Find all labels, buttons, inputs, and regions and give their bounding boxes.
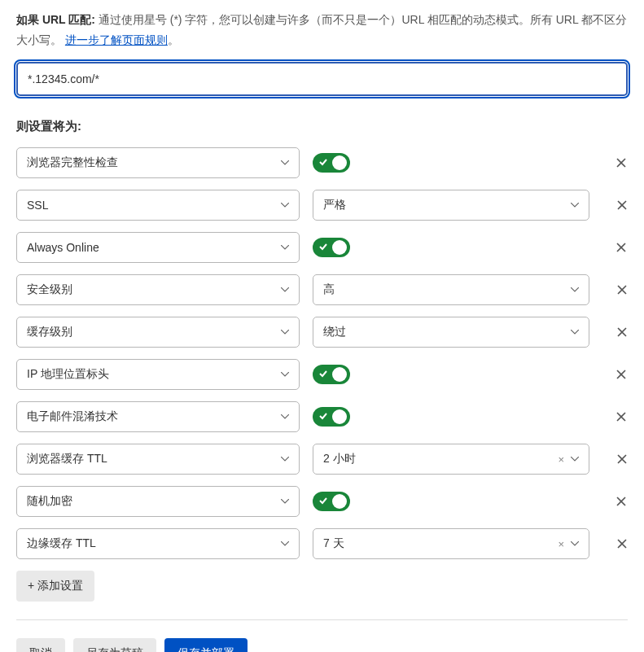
- setting-label: 缓存级别: [27, 325, 72, 339]
- setting-row: 电子邮件混淆技术: [16, 401, 628, 432]
- chevron-down-icon: [281, 330, 289, 335]
- setting-select[interactable]: 随机加密: [16, 486, 300, 517]
- save-deploy-button[interactable]: 保存并部署: [164, 638, 248, 652]
- toggle-switch[interactable]: [313, 238, 350, 257]
- remove-setting-button[interactable]: [616, 199, 628, 212]
- remove-setting-button[interactable]: [616, 326, 628, 339]
- clear-icon[interactable]: ×: [558, 538, 564, 550]
- setting-select[interactable]: 边缘缓存 TTL: [16, 528, 300, 559]
- settings-rows: 浏览器完整性检查 SSL 严格 Always Online: [16, 147, 628, 559]
- setting-row: 浏览器完整性检查: [16, 147, 628, 178]
- chevron-down-icon: [571, 287, 579, 292]
- chevron-down-icon: [281, 457, 289, 462]
- value-select[interactable]: 高: [313, 274, 589, 305]
- setting-label: Always Online: [27, 241, 99, 254]
- chevron-down-icon: [571, 541, 579, 546]
- chevron-down-icon: [571, 330, 579, 335]
- setting-row: Always Online: [16, 232, 628, 263]
- value-select[interactable]: 严格: [313, 190, 589, 221]
- chevron-down-icon: [281, 245, 289, 250]
- chevron-down-icon: [281, 372, 289, 377]
- learn-more-link[interactable]: 进一步了解页面规则: [65, 33, 168, 46]
- check-icon: [318, 411, 328, 421]
- toggle-switch[interactable]: [313, 492, 350, 511]
- divider: [16, 619, 628, 620]
- check-icon: [318, 242, 328, 252]
- chevron-down-icon: [281, 499, 289, 504]
- check-icon: [318, 496, 328, 505]
- setting-row: 浏览器缓存 TTL 2 小时 ×: [16, 444, 628, 475]
- setting-row: 随机加密: [16, 486, 628, 517]
- remove-setting-button[interactable]: [615, 410, 628, 423]
- setting-select[interactable]: IP 地理位置标头: [16, 359, 300, 390]
- chevron-down-icon: [281, 160, 289, 165]
- save-draft-button[interactable]: 另存为草稿: [73, 638, 156, 652]
- toggle-switch[interactable]: [313, 365, 350, 384]
- check-icon: [318, 157, 328, 167]
- setting-row: SSL 严格: [16, 190, 628, 221]
- remove-setting-button[interactable]: [615, 495, 628, 508]
- setting-select[interactable]: 浏览器完整性检查: [16, 147, 300, 178]
- value-label: 2 小时: [323, 452, 356, 466]
- value-label: 7 天: [323, 536, 344, 551]
- remove-setting-button[interactable]: [616, 283, 628, 296]
- toggle-switch[interactable]: [313, 407, 350, 427]
- value-label: 绕过: [323, 325, 346, 339]
- setting-row: 边缘缓存 TTL 7 天 ×: [16, 528, 628, 559]
- toggle-knob: [332, 409, 347, 424]
- toggle-knob: [332, 494, 347, 509]
- chevron-down-icon: [281, 287, 289, 292]
- setting-select[interactable]: SSL: [16, 190, 300, 221]
- remove-setting-button[interactable]: [616, 537, 628, 550]
- setting-label: 浏览器缓存 TTL: [27, 452, 107, 466]
- url-pattern-input[interactable]: [16, 62, 628, 96]
- chevron-down-icon: [281, 203, 289, 208]
- toggle-switch[interactable]: [313, 153, 350, 173]
- setting-label: 浏览器完整性检查: [27, 155, 118, 170]
- setting-label: SSL: [27, 199, 48, 212]
- value-label: 严格: [323, 198, 346, 212]
- setting-select[interactable]: Always Online: [16, 232, 300, 263]
- setting-label: IP 地理位置标头: [27, 367, 109, 382]
- chevron-down-icon: [571, 203, 579, 208]
- value-label: 高: [323, 282, 335, 297]
- setting-select[interactable]: 浏览器缓存 TTL: [16, 444, 300, 475]
- footer-buttons: 取消 另存为草稿 保存并部署: [16, 638, 628, 652]
- clear-icon[interactable]: ×: [558, 453, 564, 466]
- setting-row: 缓存级别 绕过: [16, 317, 628, 348]
- setting-row: IP 地理位置标头: [16, 359, 628, 390]
- toggle-knob: [332, 155, 347, 170]
- toggle-knob: [332, 367, 347, 382]
- setting-select[interactable]: 缓存级别: [16, 317, 300, 348]
- value-select[interactable]: 2 小时 ×: [313, 444, 589, 475]
- setting-label: 安全级别: [27, 282, 72, 297]
- chevron-down-icon: [281, 414, 289, 419]
- setting-row: 安全级别 高: [16, 274, 628, 305]
- toggle-knob: [332, 240, 347, 255]
- chevron-down-icon: [571, 457, 579, 462]
- url-match-section: 如果 URL 匹配: 通过使用星号 (*) 字符，您可以创建与许多（而不只是一个…: [16, 10, 628, 96]
- remove-setting-button[interactable]: [615, 368, 628, 381]
- setting-select[interactable]: 电子邮件混淆技术: [16, 401, 300, 432]
- setting-label: 电子邮件混淆技术: [27, 409, 118, 424]
- setting-label: 随机加密: [27, 494, 72, 509]
- value-select[interactable]: 7 天 ×: [313, 528, 589, 559]
- check-icon: [318, 369, 328, 379]
- period: 。: [168, 33, 179, 46]
- value-select[interactable]: 绕过: [313, 317, 589, 348]
- remove-setting-button[interactable]: [616, 453, 628, 466]
- remove-setting-button[interactable]: [615, 241, 628, 254]
- remove-setting-button[interactable]: [615, 156, 628, 169]
- add-setting-button[interactable]: + 添加设置: [16, 571, 94, 602]
- setting-label: 边缘缓存 TTL: [27, 536, 96, 551]
- chevron-down-icon: [281, 541, 289, 546]
- url-match-heading: 如果 URL 匹配:: [16, 13, 95, 26]
- cancel-button[interactable]: 取消: [16, 638, 65, 652]
- url-match-description: 通过使用星号 (*) 字符，您可以创建与许多（而不只是一个）URL 相匹配的动态…: [16, 13, 627, 46]
- setting-select[interactable]: 安全级别: [16, 274, 300, 305]
- settings-heading: 则设置将为:: [16, 119, 628, 134]
